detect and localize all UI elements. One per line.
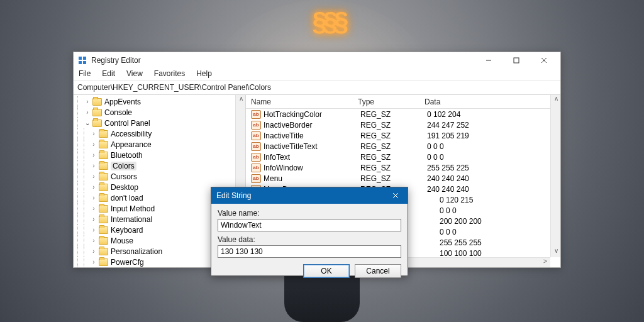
chevron-right-icon[interactable]: ›	[90, 237, 97, 244]
tree-item-console[interactable]: ›Console	[77, 107, 245, 118]
minimize-button[interactable]	[475, 52, 502, 69]
value-name: InfoWindow	[264, 164, 360, 172]
string-value-icon: ab	[251, 142, 261, 151]
tree-item-cursors[interactable]: ›Cursors	[77, 171, 245, 182]
value-data: 200 200 200	[440, 217, 560, 226]
menubar: File Edit View Favorites Help	[74, 69, 560, 81]
tree-item-colors[interactable]: ›Colors	[77, 160, 245, 171]
chevron-right-icon[interactable]: ›	[90, 162, 97, 169]
value-data: 240 240 240	[427, 174, 560, 183]
column-type[interactable]: Type	[358, 97, 425, 106]
list-scrollbar-vertical[interactable]: ∧ ∨	[550, 95, 560, 257]
tree-item-control-panel[interactable]: ⌄Control Panel	[77, 118, 245, 128]
tree-item-appearance[interactable]: ›Appearance	[77, 139, 245, 150]
dialog-close-button[interactable]	[384, 187, 408, 204]
list-row[interactable]: abInactiveTitleREG_SZ191 205 219	[246, 130, 560, 141]
chevron-right-icon[interactable]: ›	[90, 258, 97, 265]
tree-item-appevents[interactable]: ›AppEvents	[77, 96, 245, 107]
value-type: REG_SZ	[360, 110, 427, 119]
list-row[interactable]: abInfoTextREG_SZ0 0 0	[246, 152, 560, 162]
chevron-right-icon[interactable]: ›	[90, 226, 97, 233]
chevron-right-icon[interactable]: ›	[90, 173, 97, 180]
chevron-right-icon[interactable]: ›	[90, 130, 97, 137]
value-data: 0 120 215	[440, 196, 560, 204]
folder-icon	[99, 248, 108, 255]
list-scroll-down-icon[interactable]: ∨	[551, 247, 561, 257]
folder-icon	[92, 119, 102, 127]
titlebar[interactable]: Registry Editor	[74, 52, 560, 69]
background-filament: §§§	[312, 6, 345, 36]
list-row[interactable]: abInfoWindowREG_SZ255 255 225	[246, 162, 560, 173]
tree-item-label: PowerCfg	[111, 258, 144, 267]
menu-edit[interactable]: Edit	[101, 69, 116, 80]
value-name: Menu	[264, 174, 360, 183]
chevron-down-icon[interactable]: ⌄	[84, 119, 91, 126]
folder-icon	[92, 109, 102, 116]
menu-file[interactable]: File	[77, 69, 92, 80]
value-data: 255 255 255	[440, 238, 560, 247]
folder-icon	[99, 194, 108, 202]
chevron-right-icon[interactable]: ›	[84, 98, 91, 105]
list-scroll-right-icon[interactable]: >	[540, 258, 550, 268]
column-data[interactable]: Data	[425, 97, 560, 106]
list-row[interactable]: abInactiveBorderREG_SZ244 247 252	[246, 119, 560, 130]
folder-icon	[99, 237, 108, 245]
chevron-right-icon[interactable]: ›	[90, 194, 97, 201]
chevron-right-icon[interactable]: ›	[90, 184, 97, 191]
list-row[interactable]: abMenuREG_SZ240 240 240	[246, 173, 560, 184]
app-icon	[77, 55, 87, 65]
string-value-icon: ab	[251, 174, 261, 183]
address-bar[interactable]: Computer\HKEY_CURRENT_USER\Control Panel…	[74, 81, 560, 95]
value-type: REG_SZ	[360, 174, 427, 183]
value-data: 244 247 252	[427, 121, 560, 130]
chevron-right-icon[interactable]: ›	[90, 205, 97, 212]
chevron-right-icon[interactable]: ›	[90, 248, 97, 255]
value-type: REG_SZ	[360, 131, 427, 140]
tree-item-accessibility[interactable]: ›Accessibility	[77, 128, 245, 139]
value-data: 255 255 225	[427, 164, 560, 172]
address-text: Computer\HKEY_CURRENT_USER\Control Panel…	[77, 83, 271, 92]
value-name: InactiveTitle	[264, 131, 360, 140]
value-data-input[interactable]	[218, 245, 401, 258]
dialog-titlebar[interactable]: Edit String	[211, 187, 408, 204]
edit-string-dialog: Edit String Value name: Value data: OK C…	[211, 187, 408, 276]
value-name: InactiveBorder	[264, 121, 360, 130]
chevron-right-icon[interactable]: ›	[90, 141, 97, 148]
folder-icon	[99, 130, 108, 138]
list-scroll-up-icon[interactable]: ∧	[551, 95, 561, 105]
ok-button[interactable]: OK	[303, 264, 350, 278]
value-name-input[interactable]	[218, 219, 401, 231]
string-value-icon: ab	[251, 110, 261, 119]
maximize-button[interactable]	[502, 52, 530, 69]
tree-item-label: Console	[104, 108, 132, 117]
chevron-right-icon[interactable]: ›	[84, 109, 91, 116]
tree-scroll-up-icon[interactable]: ∧	[236, 95, 246, 105]
value-data: 0 0 0	[440, 228, 560, 236]
column-name[interactable]: Name	[246, 97, 358, 106]
tree-item-label: International	[111, 215, 152, 224]
value-data: 0 0 0	[440, 206, 560, 215]
chevron-right-icon[interactable]: ›	[90, 152, 97, 158]
value-name-label: Value name:	[218, 209, 401, 218]
tree-item-label: Cursors	[111, 172, 137, 181]
folder-icon	[99, 162, 108, 170]
menu-view[interactable]: View	[125, 69, 144, 80]
chevron-right-icon[interactable]: ›	[90, 216, 97, 223]
tree-item-bluetooth[interactable]: ›Bluetooth	[77, 150, 245, 160]
menu-favorites[interactable]: Favorites	[153, 69, 186, 80]
value-type: REG_SZ	[360, 164, 427, 172]
close-button[interactable]	[530, 52, 558, 69]
list-row[interactable]: abHotTrackingColorREG_SZ0 102 204	[246, 109, 560, 119]
list-row[interactable]: abInactiveTitleTextREG_SZ0 0 0	[246, 141, 560, 152]
tree-item-label: Bluetooth	[111, 151, 143, 160]
cancel-button[interactable]: Cancel	[355, 264, 401, 278]
tree-item-label: don't load	[111, 194, 143, 203]
tree-item-label: Control Panel	[104, 119, 150, 128]
value-data: 0 102 204	[427, 110, 560, 119]
svg-rect-5	[514, 58, 519, 63]
list-header[interactable]: Name Type Data	[246, 95, 560, 109]
value-type: REG_SZ	[360, 142, 427, 151]
menu-help[interactable]: Help	[195, 69, 213, 80]
value-name: InfoText	[264, 153, 360, 162]
folder-icon	[99, 226, 108, 234]
